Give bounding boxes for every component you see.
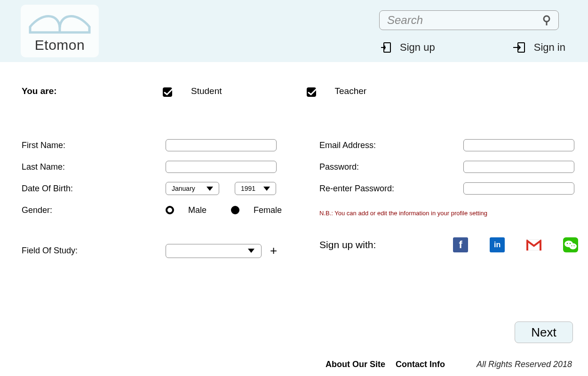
logo[interactable]: Etomon bbox=[21, 5, 99, 57]
password-row: Password: bbox=[319, 156, 578, 178]
last-name-row: Last Name: bbox=[22, 156, 306, 178]
search-input[interactable] bbox=[386, 13, 542, 27]
field-of-study-row: Field Of Study: + bbox=[22, 243, 306, 258]
role-row: You are: Student Teacher bbox=[22, 86, 566, 97]
gender-female-label: Female bbox=[254, 205, 282, 215]
auth-row: Sign up Sign in bbox=[379, 41, 567, 54]
field-of-study-select[interactable] bbox=[166, 244, 262, 258]
add-field-button[interactable]: + bbox=[270, 243, 277, 258]
nb-note: N.B.: You can add or edit the informatio… bbox=[319, 210, 578, 217]
chevron-down-icon bbox=[207, 187, 213, 191]
checkbox-checked-icon bbox=[307, 86, 321, 97]
signup-label: Sign up bbox=[400, 41, 435, 54]
email-input[interactable] bbox=[463, 139, 574, 151]
header: Etomon Sign up bbox=[0, 0, 588, 62]
search-box[interactable] bbox=[379, 10, 559, 30]
gender-row: Gender: Male Female bbox=[22, 199, 306, 221]
signin-link[interactable]: Sign in bbox=[513, 41, 565, 54]
role-student-label: Student bbox=[191, 86, 222, 96]
about-link[interactable]: About Our Site bbox=[326, 360, 385, 369]
dob-year-select[interactable]: 1991 bbox=[235, 182, 276, 195]
password-input[interactable] bbox=[463, 161, 574, 173]
first-name-row: First Name: bbox=[22, 134, 306, 156]
checkbox-checked-icon bbox=[163, 86, 177, 97]
chevron-down-icon bbox=[263, 187, 270, 191]
field-of-study-label: Field Of Study: bbox=[22, 246, 166, 256]
signin-icon bbox=[513, 42, 525, 53]
svg-point-16 bbox=[570, 243, 571, 244]
wechat-icon[interactable] bbox=[563, 237, 578, 252]
gender-options: Male Female bbox=[166, 205, 306, 215]
dob-label: Date Of Birth: bbox=[22, 184, 166, 194]
footer: About Our Site Contact Info All Rights R… bbox=[0, 360, 588, 369]
svg-point-1 bbox=[544, 16, 549, 22]
left-column: First Name: Last Name: Date Of Birth: Ja… bbox=[22, 134, 306, 258]
brand-name: Etomon bbox=[35, 37, 85, 53]
repassword-label: Re-enter Password: bbox=[319, 184, 463, 194]
signup-icon bbox=[381, 42, 391, 53]
svg-point-17 bbox=[571, 245, 572, 246]
password-label: Password: bbox=[319, 162, 463, 172]
gender-female-radio[interactable] bbox=[231, 206, 239, 214]
next-button[interactable]: Next bbox=[515, 321, 573, 343]
social-row: Sign up with: f in bbox=[319, 237, 578, 252]
gender-male-label: Male bbox=[188, 205, 207, 215]
dob-month-select[interactable]: January bbox=[166, 182, 219, 195]
facebook-icon[interactable]: f bbox=[453, 237, 468, 252]
first-name-input[interactable] bbox=[166, 139, 277, 151]
next-label: Next bbox=[531, 325, 556, 340]
email-row: Email Address: bbox=[319, 134, 578, 156]
right-column: Email Address: Password: Re-enter Passwo… bbox=[319, 134, 578, 258]
footer-links: About Our Site Contact Info bbox=[326, 360, 445, 369]
gender-male-radio[interactable] bbox=[166, 206, 174, 214]
svg-point-14 bbox=[569, 243, 577, 250]
copyright: All Rights Reserved 2018 bbox=[477, 360, 572, 369]
dob-month-value: January bbox=[172, 185, 195, 192]
last-name-input[interactable] bbox=[166, 161, 277, 173]
gmail-icon[interactable] bbox=[526, 237, 541, 252]
social-label: Sign up with: bbox=[319, 239, 453, 251]
form-area: You are: Student Teacher First Name: Las… bbox=[0, 62, 588, 258]
dob-year-value: 1991 bbox=[241, 185, 255, 192]
chevron-down-icon bbox=[248, 249, 254, 253]
linkedin-icon[interactable]: in bbox=[490, 237, 505, 252]
signup-link[interactable]: Sign up bbox=[381, 41, 435, 54]
book-icon bbox=[23, 11, 97, 34]
social-icons: f in bbox=[453, 237, 578, 252]
role-teacher[interactable]: Teacher bbox=[307, 86, 367, 97]
gender-label: Gender: bbox=[22, 205, 166, 215]
last-name-label: Last Name: bbox=[22, 162, 166, 172]
dob-row: Date Of Birth: January 1991 bbox=[22, 178, 306, 199]
form-columns: First Name: Last Name: Date Of Birth: Ja… bbox=[22, 134, 566, 258]
signin-label: Sign in bbox=[534, 41, 565, 54]
contact-link[interactable]: Contact Info bbox=[396, 360, 445, 369]
repassword-row: Re-enter Password: bbox=[319, 178, 578, 199]
you-are-label: You are: bbox=[22, 86, 163, 96]
email-label: Email Address: bbox=[319, 141, 463, 150]
svg-point-18 bbox=[573, 245, 574, 246]
header-right: Sign up Sign in bbox=[379, 10, 567, 54]
first-name-label: First Name: bbox=[22, 141, 166, 150]
role-teacher-label: Teacher bbox=[335, 86, 367, 96]
role-student[interactable]: Student bbox=[163, 86, 222, 97]
repassword-input[interactable] bbox=[463, 182, 574, 195]
svg-point-15 bbox=[567, 243, 568, 244]
search-icon bbox=[542, 15, 552, 25]
